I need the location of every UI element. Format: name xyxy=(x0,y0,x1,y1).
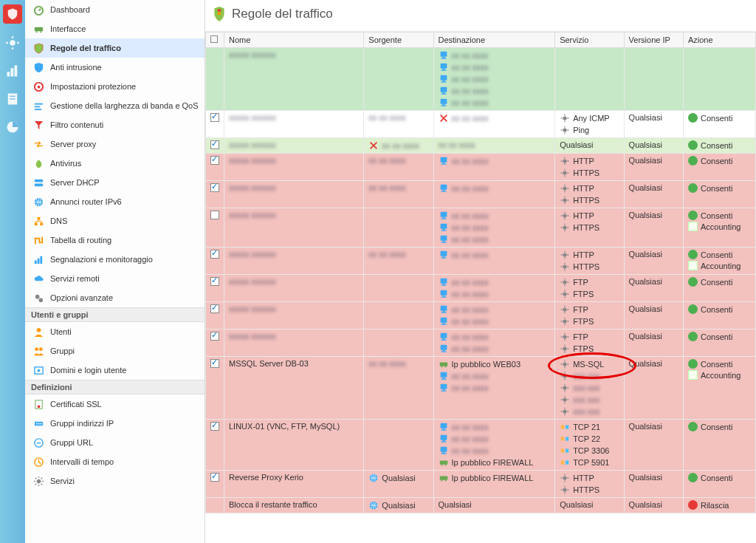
sidebar-item-antivirus[interactable]: Antivirus xyxy=(25,154,205,173)
sidebar-item-sec-settings[interactable]: Impostazioni protezione xyxy=(25,77,205,96)
svg-rect-15 xyxy=(34,103,42,104)
gear-icon xyxy=(560,332,570,342)
svg-rect-80 xyxy=(440,236,447,241)
sidebar-item-ipgroups[interactable]: Gruppi indirizzi IP xyxy=(25,414,205,433)
column-header[interactable] xyxy=(206,33,224,48)
ipgroup-icon xyxy=(32,417,44,429)
sidebar-item-label: Antivirus xyxy=(50,159,81,168)
sidebar-item-proxy[interactable]: Server proxy xyxy=(25,134,205,154)
sidebar-item-time[interactable]: Intervalli di tempo xyxy=(25,452,205,471)
page-title: Regole del traffico xyxy=(205,0,756,32)
column-header[interactable]: Sorgente xyxy=(364,33,433,48)
sidebar-item-domains[interactable]: Domini e login utente xyxy=(25,361,205,380)
column-header[interactable]: Azione xyxy=(683,33,755,48)
sidebar-item-ssl[interactable]: Certificati SSL xyxy=(25,395,205,414)
rule-checkbox[interactable] xyxy=(210,422,219,431)
service-item: TCP 22 xyxy=(560,434,619,444)
gear-icon xyxy=(560,304,570,315)
sidebar-item-remote[interactable]: Servizi remoti xyxy=(25,269,205,288)
sidebar-item-ipv6[interactable]: Annunci router IPv6 xyxy=(25,192,205,211)
sidebar-item-dashboard[interactable]: Dashboard xyxy=(25,0,205,19)
allow-icon xyxy=(688,183,698,193)
rule-row[interactable]: xxxxx xxxxxxxx xx xxxxxx xx xxxxFTPFTPSQ… xyxy=(206,275,756,302)
rule-name: xxxxx xxxxxx xyxy=(229,140,276,149)
rule-checkbox[interactable] xyxy=(210,277,219,286)
svg-point-39 xyxy=(35,423,37,424)
sidebar-item-urlgroups[interactable]: Gruppi URL xyxy=(25,433,205,452)
cell-item: xx xx xxxx xyxy=(439,332,551,342)
sidebar-item-interfaces[interactable]: Interfacce xyxy=(25,19,205,38)
svg-rect-107 xyxy=(442,338,445,340)
stats-icon[interactable] xyxy=(4,62,21,80)
sidebar-item-label: Anti intrusione xyxy=(50,63,102,72)
app-logo-shield-icon[interactable] xyxy=(3,4,22,24)
rule-row[interactable]: xxxxx xxxxxxxx xx xxxxxx xx xxxxFTPFTPSQ… xyxy=(206,329,756,357)
main-pane: Regole del traffico NomeSorgenteDestinaz… xyxy=(205,0,756,543)
rule-checkbox[interactable] xyxy=(210,359,219,368)
sidebar-item-dhcp[interactable]: Server DHCP xyxy=(25,173,205,192)
allow-icon xyxy=(688,277,698,287)
svg-rect-17 xyxy=(34,109,41,110)
rule-row[interactable]: LINUX-01 (VNC, FTP, MySQL)xx xx xxxxxx x… xyxy=(206,420,756,471)
host-icon xyxy=(439,316,449,327)
rule-checkbox[interactable] xyxy=(210,113,219,122)
sidebar-item-advanced[interactable]: Opzioni avanzate xyxy=(25,288,205,307)
column-header[interactable]: Destinazione xyxy=(433,33,555,48)
column-header[interactable]: Nome xyxy=(224,33,364,48)
svg-point-84 xyxy=(563,225,567,229)
sidebar-item-dns[interactable]: DNS xyxy=(25,211,205,230)
rule-row[interactable]: xxxxx xxxxxxxx xx xxxxxx xx xxxxAny ICMP… xyxy=(206,111,756,138)
sidebar-item-monitor[interactable]: Segnalazioni e monitoraggio xyxy=(25,250,205,269)
rule-checkbox[interactable] xyxy=(210,332,219,341)
rule-row[interactable]: MSSQL Server DB-03xx xx xxxxIp pubblico … xyxy=(206,357,756,420)
rule-row[interactable]: xxxxx xxxxxxxx xx xxxxxx xx xxxxxx xx xx… xyxy=(206,208,756,247)
rule-checkbox[interactable] xyxy=(210,211,219,219)
rule-checkbox[interactable] xyxy=(210,250,219,259)
gear-icon xyxy=(560,211,570,221)
sidebar-item-users[interactable]: Utenti xyxy=(25,322,205,341)
rule-row[interactable]: xxxxx xxxxxxxx xx xxxxxx xx xxxxHTTPHTTP… xyxy=(206,154,756,181)
tcp-icon xyxy=(560,422,570,432)
rule-checkbox[interactable] xyxy=(210,473,219,482)
sidebar-item-routing[interactable]: Tabella di routing xyxy=(25,230,205,250)
svg-rect-12 xyxy=(40,31,41,33)
rule-row[interactable]: Blocca il restante trafficoQualsiasiQual… xyxy=(206,498,756,513)
host-icon xyxy=(439,98,449,108)
rule-row[interactable]: xxxxx xxxxxxxx xx xxxxxx xx xxxxHTTPHTTP… xyxy=(206,181,756,208)
host-icon xyxy=(439,344,449,354)
pie-icon[interactable] xyxy=(4,118,21,136)
column-header[interactable]: Servizio xyxy=(555,33,624,48)
svg-point-19 xyxy=(37,160,40,163)
sidebar-item-bandwidth[interactable]: Gestione della larghezza di banda e QoS xyxy=(25,96,205,115)
accounting-icon xyxy=(688,370,698,380)
settings-icon[interactable] xyxy=(4,34,21,52)
rules-grid[interactable]: NomeSorgenteDestinazioneServizioVersione… xyxy=(205,32,756,513)
sidebar-item-anti-intrusion[interactable]: Anti intrusione xyxy=(25,58,205,77)
rule-checkbox[interactable] xyxy=(210,156,219,165)
sidebar-item-groups[interactable]: Gruppi xyxy=(25,341,205,361)
rule-checkbox[interactable] xyxy=(210,140,219,149)
service-item: HTTPS xyxy=(560,168,619,178)
sidebar-item-traffic-rules[interactable]: Regole del traffico xyxy=(25,38,205,58)
rule-checkbox[interactable] xyxy=(210,304,219,313)
rule-checkbox[interactable] xyxy=(210,183,219,192)
rule-row[interactable]: Reverse Proxy KerioQualsiasiIp pubblico … xyxy=(206,471,756,498)
sidebar-item-label: Servizi remoti xyxy=(50,274,100,283)
svg-rect-150 xyxy=(441,480,442,482)
target-icon xyxy=(32,81,44,92)
sidebar-item-label: Gestione della larghezza di banda e QoS xyxy=(50,101,199,110)
sidebar-item-content-filter[interactable]: Filtro contenuti xyxy=(25,115,205,134)
rule-row[interactable]: xxxxx xxxxxxxx xx xxxxxx xx xxxxFTPFTPSQ… xyxy=(206,302,756,329)
gear-icon xyxy=(560,359,570,369)
rule-row[interactable]: xxxxx xxxxxxxx xx xxxxxx xx xxxxxx xx xx… xyxy=(206,48,756,111)
rule-row[interactable]: xxxxx xxxxxxxx xx xxxxxx xx xxxxQualsias… xyxy=(206,138,756,154)
notes-icon[interactable] xyxy=(4,90,21,108)
svg-rect-1 xyxy=(7,72,10,76)
nic-icon xyxy=(439,359,449,369)
rule-row[interactable]: xxxxx xxxxxxxx xx xxxxxx xx xxxxHTTPHTTP… xyxy=(206,247,756,275)
column-header[interactable]: Versione IP xyxy=(624,33,683,48)
rule-name: xxxxx xxxxxx xyxy=(229,211,276,219)
svg-rect-56 xyxy=(440,87,447,92)
sidebar-item-services[interactable]: Servizi xyxy=(25,471,205,491)
host-icon xyxy=(439,304,449,315)
